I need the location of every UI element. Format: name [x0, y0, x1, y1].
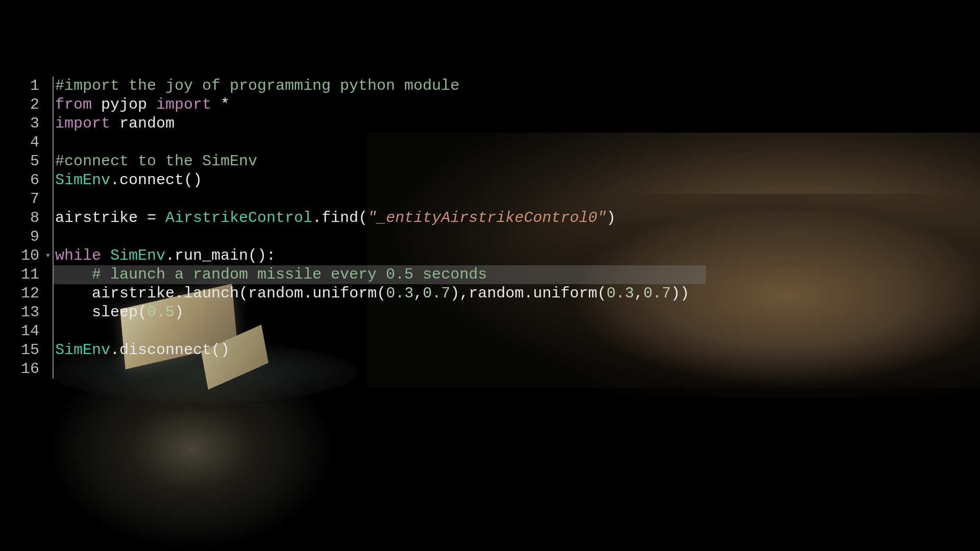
code-token: .	[110, 341, 119, 359]
code-line[interactable]: 2from pyjop import *	[18, 95, 706, 114]
code-token: connect	[119, 171, 184, 189]
line-number: 3	[18, 114, 43, 133]
fold-marker	[43, 341, 53, 360]
code-line[interactable]: 8airstrike = AirstrikeControl.find("_ent…	[18, 209, 706, 228]
code-token: 0.7	[423, 285, 450, 302]
line-content[interactable]: airstrike = AirstrikeControl.find("_enti…	[53, 209, 616, 228]
code-token: 0.3	[386, 285, 413, 302]
code-token: (	[377, 285, 386, 302]
code-token	[211, 96, 220, 113]
code-token: #connect to the SimEnv	[55, 153, 257, 170]
line-content[interactable]	[53, 190, 55, 209]
line-number: 8	[18, 209, 43, 228]
code-token: import	[156, 96, 211, 113]
code-token: airstrike	[55, 209, 138, 227]
code-token	[101, 247, 110, 264]
code-token: 0.3	[606, 285, 634, 302]
code-token: (	[239, 285, 248, 302]
code-token: disconnect	[119, 341, 211, 359]
line-number: 14	[18, 322, 43, 341]
line-number: 5	[18, 152, 43, 171]
code-token: )	[606, 209, 616, 227]
line-number: 7	[18, 190, 43, 209]
fold-marker	[43, 152, 53, 171]
line-content[interactable]: airstrike.launch(random.uniform(0.3,0.7)…	[53, 284, 689, 303]
code-token: (	[358, 209, 368, 227]
code-line[interactable]: 1#import the joy of programming python m…	[18, 77, 706, 95]
code-token: SimEnv	[55, 171, 110, 189]
code-line[interactable]: 9	[18, 228, 706, 246]
code-token: sleep	[92, 304, 138, 321]
code-token: run_main	[175, 247, 248, 264]
code-line[interactable]: 4	[18, 133, 706, 152]
code-token: uniform	[312, 285, 377, 302]
line-content[interactable]: #connect to the SimEnv	[53, 152, 257, 171]
code-token: ),	[450, 285, 469, 302]
code-token: (	[138, 304, 147, 321]
code-token: *	[220, 96, 230, 113]
fold-marker[interactable]: ▾	[43, 246, 53, 265]
code-token	[55, 266, 92, 283]
code-line[interactable]: 13 sleep(0.5)	[18, 303, 706, 322]
code-token: "_entityAirstrikeControl0"	[368, 209, 606, 227]
line-content[interactable]	[53, 133, 55, 152]
line-content[interactable]	[53, 322, 55, 341]
line-content[interactable]: sleep(0.5)	[53, 303, 184, 322]
fold-marker	[43, 114, 53, 133]
line-content[interactable]: # launch a random missile every 0.5 seco…	[53, 265, 706, 284]
code-token: 0.7	[643, 285, 671, 302]
code-token: ()	[184, 171, 202, 189]
line-number: 15	[18, 341, 43, 360]
fold-marker	[43, 209, 53, 228]
line-number: 6	[18, 171, 43, 190]
code-token: AirstrikeControl	[165, 209, 312, 227]
code-token: import	[55, 115, 110, 132]
code-token: while	[55, 247, 101, 264]
fold-marker	[43, 171, 53, 190]
code-token: SimEnv	[110, 247, 165, 264]
code-line[interactable]: 11 # launch a random missile every 0.5 s…	[18, 265, 706, 284]
line-content[interactable]: from pyjop import *	[53, 95, 230, 114]
code-token: # launch a random missile every 0.5 seco…	[92, 266, 487, 283]
line-content[interactable]	[53, 360, 55, 379]
code-line[interactable]: 15SimEnv.disconnect()	[18, 341, 706, 360]
line-content[interactable]: while SimEnv.run_main():	[53, 246, 276, 265]
code-token	[110, 115, 119, 132]
code-token: airstrike	[92, 285, 175, 302]
line-number: 12	[18, 284, 43, 303]
code-token: .	[312, 209, 322, 227]
code-token: SimEnv	[55, 341, 110, 359]
code-line[interactable]: 16	[18, 360, 706, 379]
line-content[interactable]	[53, 228, 55, 246]
fold-marker	[43, 360, 53, 379]
line-content[interactable]: import random	[53, 114, 175, 133]
code-line[interactable]: 14	[18, 322, 706, 341]
code-token: .	[165, 247, 175, 264]
code-token: (	[597, 285, 606, 302]
line-number: 4	[18, 133, 43, 152]
code-line[interactable]: 6SimEnv.connect()	[18, 171, 706, 190]
code-token: .	[110, 171, 119, 189]
line-number: 13	[18, 303, 43, 322]
code-line[interactable]: 3import random	[18, 114, 706, 133]
code-line[interactable]: 5#connect to the SimEnv	[18, 152, 706, 171]
line-content[interactable]: #import the joy of programming python mo…	[53, 77, 459, 95]
line-content[interactable]: SimEnv.connect()	[53, 171, 202, 190]
fold-marker	[43, 284, 53, 303]
code-token: random	[119, 115, 175, 132]
code-token	[92, 96, 101, 113]
code-token: .	[303, 285, 312, 302]
code-line[interactable]: 12 airstrike.launch(random.uniform(0.3,0…	[18, 284, 706, 303]
fold-marker	[43, 133, 53, 152]
line-content[interactable]: SimEnv.disconnect()	[53, 341, 230, 360]
fold-marker	[43, 322, 53, 341]
code-token	[147, 96, 156, 113]
code-token: =	[138, 209, 165, 227]
code-token: find	[322, 209, 358, 227]
code-line[interactable]: 10▾while SimEnv.run_main():	[18, 246, 706, 265]
fold-marker	[43, 228, 53, 246]
fold-marker	[43, 190, 53, 209]
line-number: 9	[18, 228, 43, 246]
code-editor[interactable]: 1#import the joy of programming python m…	[18, 77, 706, 379]
code-line[interactable]: 7	[18, 190, 706, 209]
